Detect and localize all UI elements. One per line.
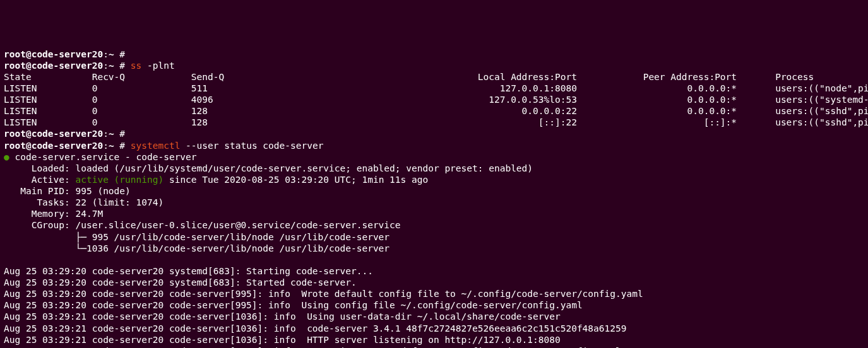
prompt-separator: : — [103, 49, 109, 59]
ss-row: LISTEN 0 128 [::]:22 [::]:* users:(("ssh… — [4, 117, 864, 128]
service-memory: Memory: 24.7M — [4, 208, 864, 219]
log-line: Aug 25 03:29:21 code-server20 code-serve… — [4, 323, 864, 334]
prompt-path: ~ — [109, 49, 114, 59]
prompt-hash: # — [114, 61, 131, 71]
log-line: Aug 25 03:29:20 code-server20 systemd[68… — [4, 265, 864, 277]
blank-line — [4, 254, 864, 265]
prompt-hash: # — [114, 141, 131, 151]
prompt-path: ~ — [109, 61, 114, 71]
service-loaded: Loaded: loaded (/usr/lib/systemd/user/co… — [4, 163, 864, 174]
prompt-separator: : — [103, 141, 109, 151]
ss-header: State Recv-Q Send-Q Local Address:Port P… — [4, 71, 864, 83]
active-state: active (running) — [76, 175, 164, 185]
service-header: ● code-server.service - code-server — [4, 151, 864, 163]
prompt-separator: : — [103, 129, 109, 139]
cmd-systemctl-args: --user status code-server — [180, 141, 323, 151]
prompt-user: root@code-server20 — [4, 129, 103, 139]
ss-row: LISTEN 0 511 127.0.0.1:8080 0.0.0.0:* us… — [4, 83, 864, 94]
log-line: Aug 25 03:29:20 code-server20 systemd[68… — [4, 277, 864, 288]
prompt-line: root@code-server20:~ # — [4, 49, 864, 60]
prompt-line-systemctl: root@code-server20:~ # systemctl --user … — [4, 140, 864, 151]
prompt-user: root@code-server20 — [4, 49, 103, 59]
prompt-line: root@code-server20:~ # — [4, 128, 864, 139]
log-line: Aug 25 03:29:21 code-server20 code-serve… — [4, 345, 864, 348]
cgroup-tree-item: ├─ 995 /usr/lib/code-server/lib/node /us… — [4, 231, 864, 243]
prompt-path: ~ — [109, 141, 114, 151]
service-cgroup: CGroup: /user.slice/user-0.slice/user@0.… — [4, 219, 864, 231]
prompt-line-ss: root@code-server20:~ # ss -plnt — [4, 60, 864, 71]
prompt-user: root@code-server20 — [4, 141, 103, 151]
log-line: Aug 25 03:29:20 code-server20 code-serve… — [4, 299, 864, 311]
service-mainpid: Main PID: 995 (node) — [4, 185, 864, 197]
service-active: Active: active (running) since Tue 2020-… — [4, 174, 864, 185]
log-line: Aug 25 03:29:21 code-server20 code-serve… — [4, 311, 864, 322]
ss-row: LISTEN 0 128 0.0.0.0:22 0.0.0.0:* users:… — [4, 105, 864, 117]
status-dot-icon: ● — [4, 152, 9, 162]
cmd-systemctl: systemctl — [131, 141, 181, 151]
cmd-ss: ss — [131, 61, 141, 71]
service-tasks: Tasks: 22 (limit: 1074) — [4, 197, 864, 208]
ss-row: LISTEN 0 4096 127.0.0.53%lo:53 0.0.0.0:*… — [4, 94, 864, 105]
log-line: Aug 25 03:29:20 code-server20 code-serve… — [4, 288, 864, 299]
prompt-user: root@code-server20 — [4, 61, 103, 71]
service-name: code-server.service - code-server — [15, 152, 196, 162]
prompt-separator: : — [103, 61, 109, 71]
log-line: Aug 25 03:29:21 code-server20 code-serve… — [4, 334, 864, 345]
cgroup-tree-item: └─1036 /usr/lib/code-server/lib/node /us… — [4, 243, 864, 254]
cmd-ss-args: -plnt — [141, 61, 174, 71]
prompt-hash: # — [114, 129, 131, 139]
prompt-path: ~ — [109, 129, 114, 139]
prompt-hash: # — [114, 49, 131, 59]
terminal-output[interactable]: root@code-server20:~ # root@code-server2… — [4, 49, 864, 349]
